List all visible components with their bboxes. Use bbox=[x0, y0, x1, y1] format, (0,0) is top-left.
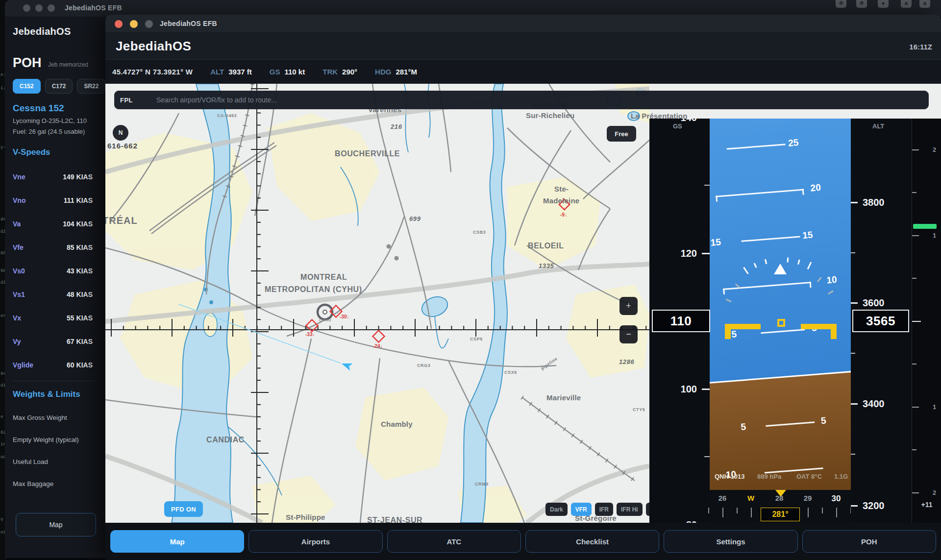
speed-tape-label: GS bbox=[673, 122, 682, 130]
tab-airports[interactable]: Airports bbox=[248, 530, 382, 553]
status-alt: ALT3937 ft bbox=[210, 68, 252, 76]
status-value: 281°M bbox=[396, 68, 417, 76]
status-label: TRK bbox=[322, 68, 338, 76]
heading-tick bbox=[822, 508, 823, 513]
alt-tick-label: 3400 bbox=[863, 398, 885, 410]
vspeed-label: Vno bbox=[13, 196, 25, 204]
divider bbox=[13, 381, 95, 381]
zoom-out-button[interactable]: − bbox=[619, 325, 638, 343]
a-icon[interactable]: a bbox=[901, 0, 912, 8]
vspeed-value: 55 KIAS bbox=[67, 314, 93, 322]
window-title: JebediahOS EFB bbox=[160, 20, 217, 27]
north-up-button[interactable]: N bbox=[113, 125, 128, 141]
vsi-tick bbox=[912, 321, 921, 322]
fd-center-icon bbox=[777, 319, 785, 327]
vspeed-value: 43 KIAS bbox=[67, 267, 93, 275]
fd-leg-right bbox=[831, 324, 837, 339]
swirl-icon[interactable]: ✻ bbox=[856, 0, 867, 8]
vsi-tape: 2112 +11 bbox=[912, 119, 941, 523]
vspeeds-heading: V-Speeds bbox=[13, 147, 50, 157]
vspeed-value: 149 KIAS bbox=[63, 173, 93, 181]
vsi-tick bbox=[912, 492, 919, 493]
status-value: 290° bbox=[342, 68, 357, 76]
sidebar-app-title: JebediahOS bbox=[13, 26, 71, 37]
speed-tick-label: 140 bbox=[681, 119, 697, 123]
roll-pointer-icon bbox=[774, 264, 787, 274]
vspeed-row: Vy67 KIAS bbox=[5, 330, 105, 353]
app-title: JebediahOS bbox=[116, 39, 191, 54]
vspeed-row: Vx55 KIAS bbox=[5, 306, 105, 330]
status-items: ALT3937 ftGS110 ktTRK290°HDG281°M bbox=[210, 68, 417, 76]
vspeed-row: Vfe85 KIAS bbox=[5, 236, 105, 259]
poh-note: Jeb memorized bbox=[48, 61, 88, 68]
alt-tick bbox=[851, 202, 858, 203]
speed-tick bbox=[702, 253, 710, 254]
vsi-tick bbox=[912, 449, 916, 450]
alt-tick-label: 3600 bbox=[863, 297, 885, 309]
aircraft-tab-c152[interactable]: C152 bbox=[13, 79, 41, 94]
aircraft-tab-c172[interactable]: C172 bbox=[45, 79, 73, 94]
vspeed-label: Vx bbox=[13, 314, 21, 322]
alt-tick-minor bbox=[851, 353, 855, 354]
circle-icon[interactable]: ● bbox=[878, 0, 889, 8]
a-icon[interactable]: a bbox=[919, 0, 930, 8]
aircraft-name: Cessna 152 bbox=[13, 103, 64, 114]
minimize-icon[interactable] bbox=[35, 4, 43, 12]
flight-plan-bar: FPL bbox=[114, 91, 929, 109]
map-area[interactable]: VarennesSt-CharlesSur-RichelieuLa Présen… bbox=[105, 84, 941, 523]
vsi-tick bbox=[912, 278, 916, 279]
free-mode-button[interactable]: Free bbox=[607, 126, 636, 142]
tab-atc[interactable]: ATC bbox=[387, 530, 521, 553]
minimize-icon[interactable] bbox=[130, 20, 138, 28]
heading-tick-label: 26 bbox=[718, 494, 727, 502]
tab-settings[interactable]: Settings bbox=[664, 530, 797, 553]
flight-statusbar: 45.4727° N 73.3921° W ALT3937 ftGS110 kt… bbox=[105, 60, 941, 84]
status-value: 3937 ft bbox=[228, 68, 252, 76]
zoom-icon[interactable] bbox=[145, 20, 153, 28]
alt-tick-minor bbox=[851, 252, 855, 253]
heading-tick bbox=[836, 508, 837, 517]
altitude-readout: 3565 bbox=[852, 310, 909, 332]
layer-chip-ifr[interactable]: IFR bbox=[595, 503, 613, 516]
status-gs: GS110 kt bbox=[270, 68, 305, 76]
attitude-sky bbox=[710, 119, 851, 386]
vspeed-row: Vglide60 KIAS bbox=[5, 353, 105, 377]
swirl-icon[interactable]: ✻ bbox=[836, 0, 846, 8]
alt-tick-minor bbox=[851, 454, 855, 455]
close-icon[interactable] bbox=[115, 20, 123, 28]
heading-tick-label: W bbox=[747, 494, 754, 502]
pitch-label: 5 bbox=[820, 415, 826, 426]
aircraft-tabs: C152C172SR22 bbox=[13, 79, 105, 94]
vspeed-row: Vs043 KIAS bbox=[5, 259, 105, 283]
speed-tick-minor bbox=[704, 456, 710, 457]
efb-window: JebediahOS EFB JebediahOS 16:11Z 45.4727… bbox=[105, 15, 941, 560]
heading-readout: 281° bbox=[761, 508, 800, 521]
tab-poh[interactable]: POH bbox=[802, 530, 936, 553]
tab-checklist[interactable]: Checklist bbox=[525, 530, 659, 553]
status-label: GS bbox=[270, 68, 280, 76]
pitch-label: 10 bbox=[826, 274, 838, 286]
layer-chip-ifr-hi[interactable]: IFR Hi bbox=[617, 503, 643, 516]
zoom-icon[interactable] bbox=[48, 4, 55, 12]
close-icon[interactable] bbox=[23, 4, 30, 12]
weight-row: Max Gross Weight bbox=[5, 407, 105, 429]
alt-tick bbox=[851, 403, 858, 405]
vspeed-label: Vfe bbox=[13, 243, 24, 251]
layer-chip-vfr[interactable]: VFR bbox=[571, 503, 592, 516]
zoom-in-button[interactable]: + bbox=[619, 297, 638, 315]
altitude-tape-label: ALT bbox=[872, 122, 884, 130]
vsi-scale-label: 1 bbox=[933, 232, 936, 239]
speed-tick-minor bbox=[704, 185, 710, 186]
pfd-toggle-button[interactable]: PFD ON bbox=[164, 501, 203, 517]
sidebar-map-button[interactable]: Map bbox=[16, 513, 96, 536]
layer-chip-dark[interactable]: Dark bbox=[545, 503, 568, 516]
alt-tick-label: 3800 bbox=[863, 197, 885, 208]
aircraft-tab-sr22[interactable]: SR22 bbox=[77, 79, 105, 94]
background-window-title: JebediahOS EFB bbox=[65, 4, 122, 12]
heading-tick bbox=[708, 508, 709, 513]
tab-map[interactable]: Map bbox=[110, 530, 244, 553]
weight-row: Max Baggage bbox=[5, 473, 105, 495]
route-search-input[interactable] bbox=[155, 96, 928, 104]
layer-selector: DarkVFRIFRIFR HiSAT bbox=[545, 503, 666, 516]
pitch-label: 15 bbox=[802, 229, 813, 241]
